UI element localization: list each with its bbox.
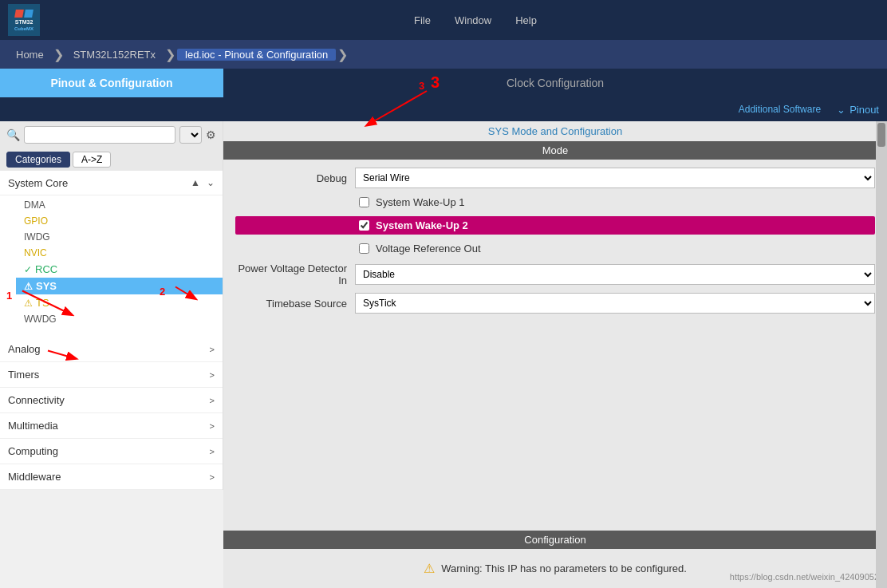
sidebar: 🔍 ⚙ Categories A->Z System Core ▲ (0, 121, 223, 490)
main-area: SYS Mode and Configuration 3 3 Mode Debu… (223, 121, 887, 588)
warning-triangle-icon: ⚠ (424, 561, 435, 576)
sidebar-item-gpio[interactable]: GPIO (16, 213, 223, 229)
sidebar-search-row: 🔍 ⚙ (0, 121, 223, 148)
tab-bar: Pinout & Configuration Clock Configurati… (0, 69, 887, 97)
search-input[interactable] (24, 126, 175, 144)
logo-text-cubemx: CubeMX (14, 26, 34, 31)
multimedia-label: Multimedia (8, 420, 58, 432)
timebase-row: Timebase Source SysTick (235, 293, 875, 314)
sidebar-item-dma[interactable]: DMA (16, 197, 223, 213)
wakeup2-checkbox[interactable] (359, 220, 369, 231)
menu-items: File Window Help (72, 14, 879, 26)
sidebar-item-wwdg[interactable]: WWDG (16, 311, 223, 327)
chevron-icon: ⌄ (837, 104, 846, 116)
wakeup1-checkbox[interactable] (359, 197, 369, 207)
breadcrumb-arrow-1: ❯ (53, 47, 64, 62)
system-core-label: System Core (8, 177, 68, 189)
system-core-items: DMA GPIO IWDG NVIC ✓ RCC ⚠ SYS ⚠ TS (0, 195, 223, 329)
timers-section[interactable]: Timers > (0, 362, 223, 388)
url-bar: https://blog.csdn.net/weixin_42409052 (730, 572, 879, 582)
breadcrumb-file[interactable]: led.ioc - Pinout & Configuration (177, 49, 336, 61)
sidebar-item-nvic[interactable]: NVIC (16, 245, 223, 261)
tab-clock-config[interactable]: Clock Configuration (223, 69, 887, 97)
multimedia-section[interactable]: Multimedia > (0, 413, 223, 439)
power-voltage-row: Power Voltage Detector In Disable (235, 262, 875, 286)
voltage-ref-checkbox[interactable] (359, 243, 369, 254)
sub-tab-bar: Additional Software ⌄ Pinout (0, 97, 887, 121)
sidebar-item-ts[interactable]: ⚠ TS (16, 294, 223, 311)
scroll-up-button[interactable]: ▲ (188, 176, 203, 190)
middleware-label: Middleware (8, 471, 61, 483)
search-icon: 🔍 (6, 128, 20, 141)
connectivity-label: Connectivity (8, 394, 65, 406)
wakeup2-label: System Wake-Up 2 (376, 219, 468, 231)
scrollbar-thumb[interactable] (877, 123, 885, 147)
sys-warning-icon: ⚠ (24, 281, 33, 292)
timebase-label: Timebase Source (235, 298, 347, 310)
breadcrumb-home[interactable]: Home (8, 49, 52, 61)
timebase-select[interactable]: SysTick (355, 293, 875, 314)
content-header: SYS Mode and Configuration (223, 121, 887, 141)
section-collapse-icon: ⌄ (207, 177, 215, 188)
config-section-header: Configuration (223, 531, 887, 549)
analog-label: Analog (8, 343, 40, 355)
categories-button[interactable]: Categories (6, 152, 70, 168)
rcc-check-icon: ✓ (24, 264, 32, 275)
voltage-ref-label: Voltage Reference Out (376, 243, 481, 255)
sidebar-item-sys[interactable]: ⚠ SYS (16, 278, 223, 294)
breadcrumb-arrow-2: ❯ (165, 47, 175, 62)
tab-pinout-config[interactable]: Pinout & Configuration (0, 69, 223, 97)
warning-section: ⚠ Warning: This IP has no parameters to … (223, 549, 887, 588)
power-voltage-select[interactable]: Disable (355, 264, 875, 285)
logo-text-stm32: STM32 (15, 19, 34, 25)
multimedia-chevron: > (210, 421, 215, 431)
computing-section[interactable]: Computing > (0, 439, 223, 464)
analog-chevron: > (210, 345, 215, 354)
az-button[interactable]: A->Z (73, 152, 111, 168)
menu-help[interactable]: Help (515, 14, 537, 26)
logo-box: STM32 CubeMX (8, 4, 40, 36)
wakeup1-label: System Wake-Up 1 (376, 196, 465, 208)
breadcrumb: Home ❯ STM32L152RETx ❯ led.ioc - Pinout … (0, 40, 887, 69)
gear-icon[interactable]: ⚙ (206, 128, 216, 141)
timers-chevron: > (210, 370, 215, 380)
menu-file[interactable]: File (414, 14, 431, 26)
mode-section-header: Mode (223, 141, 887, 160)
logo-area: STM32 CubeMX (8, 4, 40, 36)
analog-section[interactable]: Analog > (0, 337, 223, 362)
middleware-chevron: > (210, 472, 215, 482)
warning-text: Warning: This IP has no parameters to be… (441, 562, 687, 574)
sub-tab-additional-software[interactable]: Additional Software (739, 104, 821, 115)
debug-select[interactable]: Serial Wire (355, 168, 875, 188)
search-dropdown[interactable] (179, 126, 202, 144)
sidebar-item-rcc[interactable]: ✓ RCC (16, 261, 223, 278)
connectivity-section[interactable]: Connectivity > (0, 388, 223, 413)
main-layout: 🔍 ⚙ Categories A->Z System Core ▲ (0, 121, 887, 588)
scrollbar[interactable] (876, 121, 887, 588)
wakeup1-row: System Wake-Up 1 (235, 195, 875, 210)
debug-label: Debug (235, 172, 347, 184)
computing-label: Computing (8, 445, 58, 457)
menu-window[interactable]: Window (455, 14, 491, 26)
computing-chevron: > (210, 447, 215, 456)
content-spacer (235, 320, 875, 523)
sidebar-buttons: Categories A->Z (0, 148, 223, 171)
menu-bar: STM32 CubeMX File Window Help (0, 0, 887, 40)
content-body: Debug Serial Wire System Wake-Up 1 Syste… (223, 160, 887, 531)
middleware-section[interactable]: Middleware > (0, 464, 223, 490)
connectivity-chevron: > (210, 396, 215, 405)
system-core-section[interactable]: System Core ▲ ⌄ (0, 171, 223, 195)
breadcrumb-board[interactable]: STM32L152RETx (65, 49, 164, 61)
sub-tab-pinout[interactable]: ⌄ Pinout (837, 104, 879, 116)
power-voltage-label: Power Voltage Detector In (235, 262, 347, 286)
breadcrumb-arrow-3: ❯ (337, 47, 348, 62)
sidebar-content: System Core ▲ ⌄ DMA GPIO IWDG NVIC ✓ RCC (0, 171, 223, 490)
sidebar-wrapper: 🔍 ⚙ Categories A->Z System Core ▲ (0, 121, 223, 588)
content-header-area: SYS Mode and Configuration 3 3 (223, 121, 887, 141)
annotation-3: 3 (431, 73, 440, 92)
ts-warning-icon: ⚠ (24, 298, 33, 309)
timers-label: Timers (8, 369, 39, 381)
voltage-ref-row: Voltage Reference Out (235, 241, 875, 256)
sidebar-item-iwdg[interactable]: IWDG (16, 229, 223, 245)
wakeup2-row: System Wake-Up 2 (235, 216, 875, 235)
